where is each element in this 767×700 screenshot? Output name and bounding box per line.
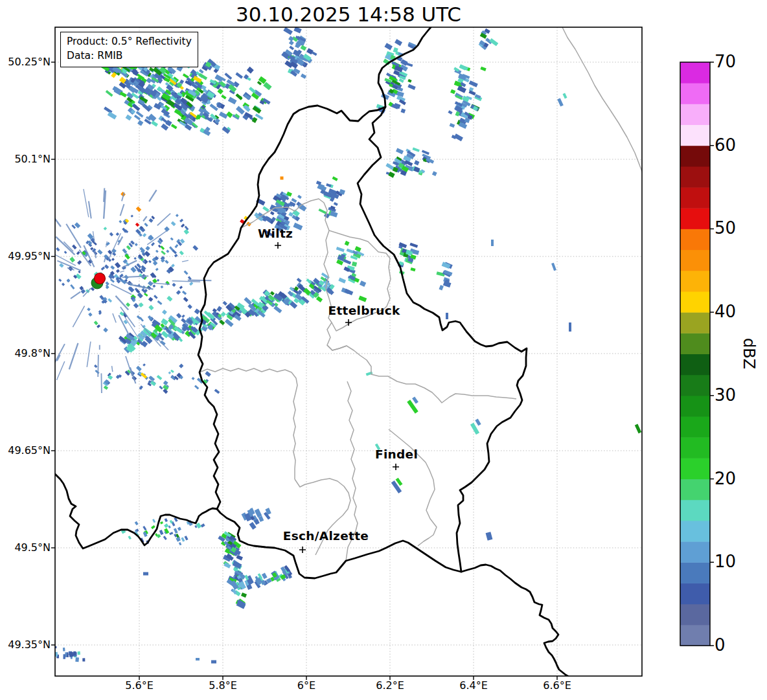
colorbar-tick-label: 50: [715, 219, 736, 238]
x-tick-label: 6.2°E: [376, 679, 404, 692]
annotation-box: Product: 0.5° Reflectivity Data: RMIB: [60, 32, 198, 67]
colorbar-tick-label: 10: [715, 552, 736, 572]
colorbar-tick-label: 40: [715, 302, 736, 322]
y-tick-label: 49.5°N: [0, 541, 51, 554]
radar-clutter-spokes: [0, 188, 211, 393]
colorbar: [680, 62, 714, 646]
x-tick-label: 6.4°E: [459, 679, 488, 692]
x-tick-label: 6.6°E: [543, 679, 571, 692]
plot-title: 30.10.2025 14:58 UTC: [55, 3, 642, 26]
x-tick-label: 5.8°E: [209, 679, 237, 692]
radar-map-canvas: [0, 0, 767, 700]
colorbar-tick-label: 30: [715, 385, 736, 405]
city-label-ettelbruck: Ettelbruck: [328, 304, 400, 317]
y-tick-label: 49.8°N: [0, 347, 51, 359]
annotation-product-line: Product: 0.5° Reflectivity: [67, 34, 192, 49]
grid-lines: [55, 27, 642, 676]
radar-site-marker: [91, 273, 106, 289]
colorbar-tick-label: 20: [715, 469, 736, 488]
y-tick-label: 50.25°N: [0, 56, 51, 68]
colorbar-tick-label: 70: [715, 52, 736, 71]
city-label-findel: Findel: [375, 447, 418, 461]
country-borders: [55, 27, 572, 678]
x-tick-label: 5.6°E: [125, 679, 154, 692]
y-tick-label: 50.1°N: [0, 153, 51, 165]
city-label-esch-alzette: Esch/Alzette: [283, 529, 369, 543]
city-label-wiltz: Wiltz: [258, 227, 293, 240]
colorbar-unit-label: dBZ: [740, 338, 758, 369]
annotation-data-line: Data: RMIB: [67, 49, 192, 63]
colorbar-tick-label: 60: [715, 135, 736, 155]
radar-echoes: [54, 27, 641, 663]
x-tick-label: 6°E: [297, 679, 315, 692]
plot-frame: [55, 27, 642, 676]
colorbar-tick-label: 0: [715, 635, 726, 655]
y-tick-label: 49.65°N: [0, 444, 51, 457]
y-tick-label: 49.95°N: [0, 250, 51, 262]
y-tick-label: 49.35°N: [0, 638, 51, 651]
